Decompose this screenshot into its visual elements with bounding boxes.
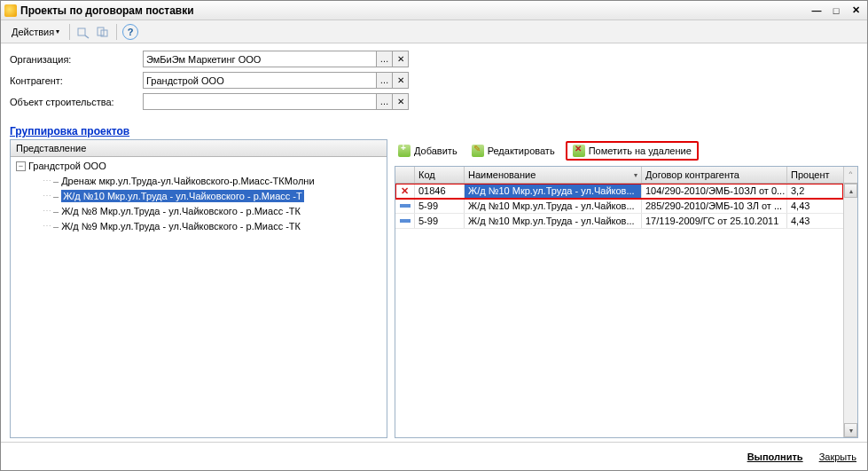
tree-header: Представление: [11, 140, 387, 157]
tree-root[interactable]: − Грандстрой ООО: [14, 159, 383, 173]
app-icon: [4, 4, 17, 17]
window-title: Проекты по договорам поставки: [20, 4, 809, 17]
help-button[interactable]: ?: [121, 23, 139, 41]
window-controls: — □ ✕: [809, 4, 864, 18]
right-toolbar: Добавить Редактировать Пометить на удале…: [395, 139, 858, 166]
svg-rect-0: [78, 28, 85, 35]
vertical-scrollbar[interactable]: ▴ ▾: [843, 184, 857, 437]
projects-grid: Код Наименование ▾ Договор контрагента П…: [395, 166, 858, 438]
counterparty-input[interactable]: [143, 72, 377, 89]
close-button[interactable]: ✕: [848, 4, 864, 18]
chevron-down-icon: ▾: [56, 27, 59, 35]
cell-name: Ж/д №10 Мкр.ул.Труда - ул.Чайков...: [465, 199, 642, 213]
col-icon[interactable]: [395, 167, 415, 183]
table-row[interactable]: ✕01846Ж/д №10 Мкр.ул.Труда - ул.Чайков..…: [395, 184, 843, 199]
main-toolbar: Действия ▾ ?: [1, 20, 867, 43]
svg-line-1: [85, 35, 89, 38]
edit-icon: [472, 145, 484, 157]
tree-root-label: Грандстрой ООО: [28, 161, 106, 171]
cell-contract: 104/290-2010/ЭМБ-10ЗЛ от 0...: [642, 184, 787, 198]
scroll-up-button[interactable]: ▴: [844, 184, 857, 198]
org-label: Организация:: [10, 54, 143, 65]
col-percent[interactable]: Процент: [787, 167, 843, 183]
scroll-stub: ^: [843, 167, 857, 183]
tree-item[interactable]: ⋯–Ж/д №8 Мкр.ул.Труда - ул.Чайковского -…: [14, 203, 383, 218]
object-row: Объект строительства: … ✕: [10, 93, 858, 110]
add-label: Добавить: [414, 145, 457, 156]
col-contract[interactable]: Договор контрагента: [642, 167, 787, 183]
collapse-icon[interactable]: −: [16, 161, 26, 171]
toolbar-icon-1[interactable]: [74, 23, 92, 41]
execute-button[interactable]: Выполнить: [747, 451, 803, 462]
minimize-button[interactable]: —: [809, 4, 825, 18]
scroll-track[interactable]: [844, 198, 857, 423]
counterparty-label: Контрагент:: [10, 75, 143, 86]
cell-code: 5-99: [415, 214, 465, 228]
grid-header: Код Наименование ▾ Договор контрагента П…: [395, 167, 857, 184]
add-button[interactable]: Добавить: [395, 143, 461, 159]
right-pane: Добавить Редактировать Пометить на удале…: [395, 139, 858, 438]
delete-icon: [573, 145, 585, 157]
org-input[interactable]: [143, 51, 377, 67]
cell-name: Ж/д №10 Мкр.ул.Труда - ул.Чайков...: [465, 184, 642, 198]
add-icon: [398, 145, 411, 157]
section-title[interactable]: Группировка проектов: [10, 125, 867, 137]
toolbar-icon-2[interactable]: [94, 23, 112, 41]
col-name[interactable]: Наименование ▾: [465, 167, 642, 183]
col-code[interactable]: Код: [415, 167, 465, 183]
table-row[interactable]: 5-99Ж/д №10 Мкр.ул.Труда - ул.Чайков...1…: [395, 214, 843, 229]
counterparty-select-button[interactable]: …: [376, 72, 393, 89]
object-label: Объект строительства:: [10, 97, 143, 107]
titlebar: Проекты по договорам поставки — □ ✕: [1, 1, 867, 20]
scroll-down-button[interactable]: ▾: [844, 423, 857, 437]
toolbar-separator: [69, 24, 70, 40]
row-icon: [400, 204, 411, 208]
maximize-button[interactable]: □: [828, 4, 844, 18]
tree-item[interactable]: ⋯–Ж/д №10 Мкр.ул.Труда - ул.Чайковского …: [14, 188, 383, 203]
form-area: Организация: … ✕ Контрагент: … ✕ Объект …: [1, 43, 867, 122]
object-clear-button[interactable]: ✕: [392, 93, 409, 110]
edit-label: Редактировать: [488, 145, 555, 156]
object-select-button[interactable]: …: [376, 93, 393, 110]
actions-label: Действия: [12, 27, 54, 37]
actions-menu[interactable]: Действия ▾: [6, 26, 65, 38]
delete-label: Пометить на удаление: [589, 145, 692, 156]
row-icon: [400, 219, 411, 223]
cell-percent: 4,43: [787, 199, 843, 213]
mark-delete-button[interactable]: Пометить на удаление: [566, 141, 699, 161]
toolbar-separator: [116, 24, 117, 40]
counterparty-clear-button[interactable]: ✕: [392, 72, 409, 89]
edit-button[interactable]: Редактировать: [468, 143, 559, 159]
tree-body[interactable]: − Грандстрой ООО ⋯–Дренаж мкр.ул.Труда-у…: [11, 157, 387, 437]
cell-code: 01846: [415, 184, 465, 198]
org-select-button[interactable]: …: [376, 51, 393, 67]
tree-item[interactable]: ⋯–Дренаж мкр.ул.Труда-ул.Чайковского-р.М…: [14, 173, 383, 188]
sort-indicator-icon: ▾: [634, 171, 637, 179]
grid-body[interactable]: ✕01846Ж/д №10 Мкр.ул.Труда - ул.Чайков..…: [395, 184, 843, 437]
footer: Выполнить Закрыть: [1, 442, 867, 470]
cell-percent: 3,2: [787, 184, 843, 198]
cell-contract: 285/290-2010/ЭМБ-10 ЗЛ от ...: [642, 199, 787, 213]
org-clear-button[interactable]: ✕: [392, 51, 409, 67]
object-input[interactable]: [143, 93, 377, 110]
cell-percent: 4,43: [787, 214, 843, 228]
cell-code: 5-99: [415, 199, 465, 213]
help-icon: ?: [122, 24, 138, 40]
close-button-footer[interactable]: Закрыть: [819, 451, 856, 462]
counterparty-row: Контрагент: … ✕: [10, 72, 858, 89]
deleted-mark-icon: ✕: [401, 185, 409, 197]
cell-contract: 17/119-2009/ГС от 25.10.2011: [642, 214, 787, 228]
cell-name: Ж/д №10 Мкр.ул.Труда - ул.Чайков...: [465, 214, 642, 228]
tree-pane: Представление − Грандстрой ООО ⋯–Дренаж …: [10, 139, 387, 438]
split-panes: Представление − Грандстрой ООО ⋯–Дренаж …: [1, 139, 867, 442]
tree-item[interactable]: ⋯–Ж/д №9 Мкр.ул.Труда - ул.Чайковского -…: [14, 218, 383, 233]
org-row: Организация: … ✕: [10, 51, 858, 67]
main-window: Проекты по договорам поставки — □ ✕ Дейс…: [0, 0, 868, 471]
table-row[interactable]: 5-99Ж/д №10 Мкр.ул.Труда - ул.Чайков...2…: [395, 199, 843, 214]
